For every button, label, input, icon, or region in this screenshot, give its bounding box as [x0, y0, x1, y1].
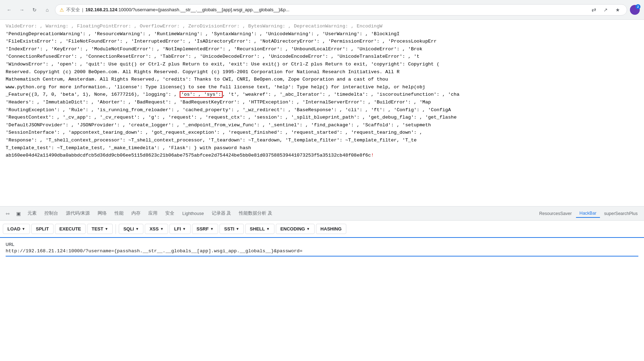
tab-hackbar[interactable]: HackBar	[576, 209, 600, 218]
highlight-os-sys: 'os': , 'sys':	[180, 91, 222, 98]
ssti-button[interactable]: SSTI ▼	[219, 224, 244, 234]
content-line-4: 'ConnectionRefusedError': , 'ConnectionR…	[6, 53, 638, 61]
devtools-inspect-icon[interactable]: ▣	[13, 209, 23, 218]
content-line-15: 'Response': , 'T_shell_context_processor…	[6, 137, 638, 144]
shell-arrow: ▼	[266, 227, 270, 231]
tab-super-search-plus[interactable]: superSearchPlus	[601, 210, 641, 217]
encoding-arrow: ▼	[306, 227, 310, 231]
url-section: URL http://192.168.21.124:10000/?usernam…	[0, 237, 644, 261]
toolbar-separator-1	[116, 224, 116, 234]
content-line-top: ValdeError: , Warning: , FloatingPointEr…	[6, 23, 638, 30]
shell-label: SHELL	[250, 226, 265, 232]
test-button[interactable]: TEST ▼	[87, 224, 113, 234]
load-button[interactable]: LOAD ▼	[3, 224, 30, 234]
content-line-13: 'DefaultJSONProvider': , 'JSONProvider':…	[6, 121, 638, 129]
load-label: LOAD	[7, 226, 20, 232]
execute-label: EXECUTE	[60, 226, 81, 232]
xss-button[interactable]: XSS ▼	[145, 224, 168, 234]
content-line-16: T_template_test': ~T_template_test, '_ma…	[6, 144, 638, 152]
url-underline	[6, 256, 638, 256]
shell-button[interactable]: SHELL ▼	[245, 224, 274, 234]
url-value[interactable]: http://192.168.21.124:10000/?username={p…	[6, 248, 638, 254]
profile-badge: 2	[636, 4, 640, 9]
hashing-button[interactable]: HASHING	[316, 224, 346, 234]
ssti-arrow: ▼	[236, 227, 239, 231]
address-separator: |	[82, 7, 83, 12]
hashing-label: HASHING	[321, 226, 342, 232]
content-line-8: www.python.org for more information., 'l…	[6, 83, 638, 91]
chrome-actions: 2	[630, 5, 640, 15]
hash-value-line: ab160ee04d42a11490dba0abbdcdfcb5d36dd9cb…	[6, 152, 638, 159]
content-line-11: 'RoutingException': , 'Rule': , 'is_runn…	[6, 106, 638, 114]
tab-security[interactable]: 安全	[162, 209, 178, 218]
hackbar-toolbar: LOAD ▼ SPLIT EXECUTE TEST ▼ SQLI ▼ XSS ▼…	[0, 220, 644, 237]
back-button[interactable]: ←	[4, 5, 14, 15]
content-line-2: 'FileExistsError': , 'FileNotFoundError'…	[6, 38, 638, 45]
password-line: with password hash	[197, 145, 251, 151]
home-button[interactable]: ⌂	[42, 5, 52, 15]
tab-sources[interactable]: 源代码/来源	[62, 209, 93, 218]
reload-button[interactable]: ↻	[30, 5, 39, 15]
insecure-label: 不安全	[66, 7, 80, 13]
url-path: :10000/?username={passhash.__str__.__glo…	[117, 7, 290, 12]
tab-performance[interactable]: 性能	[111, 209, 127, 218]
execute-button[interactable]: EXECUTE	[55, 224, 86, 234]
share-icon[interactable]: ↗	[601, 5, 611, 15]
address-bar[interactable]: ⚠ 不安全 | 192.168.21.124:10000/?username={…	[55, 4, 627, 15]
load-arrow: ▼	[22, 227, 25, 231]
content-line-5: 'WindowsError': , 'open': , 'quit': Use …	[6, 61, 638, 68]
xss-arrow: ▼	[160, 227, 163, 231]
ssrf-button[interactable]: SSRF ▼	[192, 224, 218, 234]
tab-network[interactable]: 网络	[94, 209, 110, 218]
tab-performance-insights[interactable]: 性能数据分析 及	[235, 209, 275, 218]
ssti-label: SSTI	[224, 226, 234, 232]
ssrf-label: SSRF	[197, 226, 209, 232]
split-label: SPLIT	[36, 226, 49, 232]
tab-console[interactable]: 控制台	[41, 209, 62, 218]
tab-application[interactable]: 应用	[145, 209, 161, 218]
content-line-7: Mathematisch Centrum, Amsterdam. All Rig…	[6, 76, 638, 83]
sqli-arrow: ▼	[135, 227, 139, 231]
sqli-button[interactable]: SQLI ▼	[119, 224, 143, 234]
content-line-6: Reserved. Copyright (c) 2000 BeOpen.com.…	[6, 68, 638, 76]
content-line-10: 'Headers': , 'ImmutableDict': , 'Aborter…	[6, 99, 638, 106]
tab-elements[interactable]: 元素	[24, 209, 40, 218]
warning-icon: ⚠	[60, 7, 64, 13]
devtools-bar: ⇿ ▣ 元素 控制台 源代码/来源 网络 性能 内存 应用 安全 Lightho…	[0, 206, 644, 220]
url-label: URL	[6, 242, 638, 247]
content-line-12: 'RequestContext': , '_cv_app': , '_cv_re…	[6, 114, 638, 121]
translate-icon[interactable]: ⇄	[589, 5, 599, 15]
xss-label: XSS	[149, 226, 159, 232]
content-line-1: 'PendingDeprecationWarning': , 'Resource…	[6, 30, 638, 38]
split-button[interactable]: SPLIT	[31, 224, 54, 234]
url-host: 192.168.21.124	[85, 7, 117, 12]
tab-lighthouse[interactable]: Lighthouse	[179, 210, 207, 217]
tab-recorder[interactable]: 记录器 及	[208, 209, 235, 218]
sqli-label: SQLI	[123, 226, 134, 232]
tab-memory[interactable]: 内存	[128, 209, 144, 218]
ssrf-arrow: ▼	[210, 227, 213, 231]
url-text: 192.168.21.124:10000/?username={passhash…	[85, 7, 587, 12]
content-line-9: _Feature((3, 7, 0, 'beta', 1), None, 167…	[6, 91, 638, 99]
content-line-3: 'IndexError': , 'KeyError': , 'ModuleNot…	[6, 45, 638, 53]
encoding-label: ENCODING	[280, 226, 305, 232]
bookmark-icon[interactable]: ★	[613, 5, 623, 15]
devtools-cursor-icon[interactable]: ⇿	[3, 209, 13, 218]
forward-button[interactable]: →	[17, 5, 27, 15]
main-content: ValdeError: , Warning: , FloatingPointEr…	[0, 20, 644, 206]
lfi-button[interactable]: LFI ▼	[169, 224, 190, 234]
profile-button[interactable]: 2	[630, 5, 640, 15]
content-line-14: 'SessionInterface': , 'appcontext_tearin…	[6, 129, 638, 137]
lfi-arrow: ▼	[182, 227, 186, 231]
test-label: TEST	[92, 226, 103, 232]
tab-resources-saver[interactable]: ResourcesSaver	[535, 210, 575, 217]
encoding-button[interactable]: ENCODING ▼	[276, 224, 315, 234]
browser-chrome: ← → ↻ ⌂ ⚠ 不安全 | 192.168.21.124:10000/?us…	[0, 0, 644, 20]
test-arrow: ▼	[105, 227, 108, 231]
lfi-label: LFI	[174, 226, 181, 232]
